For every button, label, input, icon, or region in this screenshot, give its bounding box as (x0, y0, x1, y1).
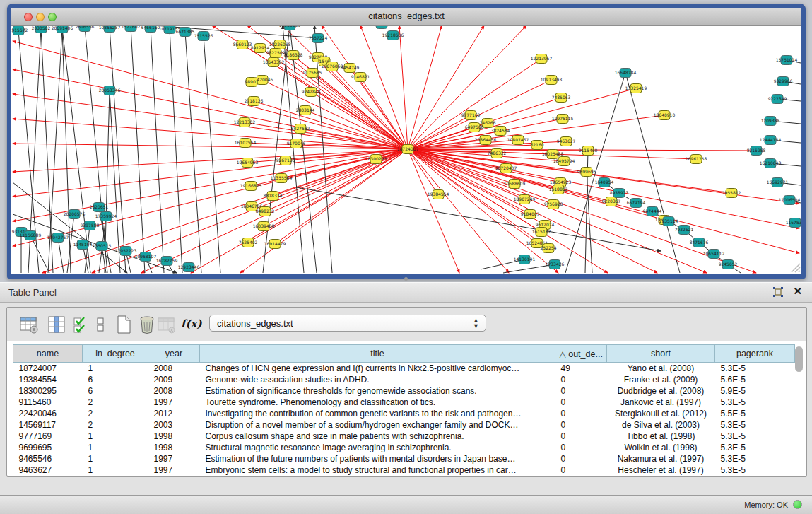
cell-name[interactable]: 9115460 (13, 397, 83, 408)
table-row[interactable]: 1456911722003Disruption of a novel membe… (13, 419, 795, 431)
citation-edge-red[interactable] (322, 26, 408, 149)
cell-name[interactable]: 9699695 (13, 442, 83, 453)
delete-columns-icon[interactable] (138, 315, 156, 334)
column-header-title[interactable]: title (200, 345, 555, 363)
graph-node[interactable]: 7625402 (239, 238, 258, 247)
graph-node[interactable]: 2616556 (76, 26, 95, 32)
create-column-icon[interactable] (114, 315, 133, 334)
network-view-canvas[interactable]: 1872400718300295193845548660123891295418… (11, 26, 801, 274)
graph-node[interactable]: 12923446 (178, 263, 200, 272)
cell-title[interactable]: Disruption of a novel member of a sodium… (200, 419, 555, 431)
cell-year[interactable]: 1998 (148, 442, 200, 453)
graph-node[interactable]: 16210643 (760, 159, 782, 168)
cell-title[interactable]: Tourette syndrome. Phenomenology and cla… (200, 397, 555, 408)
cell-year[interactable]: 1997 (148, 465, 200, 476)
cell-out_de[interactable]: 49 (555, 363, 607, 375)
graph-node[interactable]: 98901 (245, 78, 258, 87)
graph-node[interactable]: 2803144 (296, 106, 315, 115)
graph-node[interactable]: 9146821 (351, 73, 370, 82)
cell-in_degree[interactable]: 1 (83, 453, 148, 465)
cell-in_degree[interactable]: 1 (83, 465, 148, 476)
citation-edge-black[interactable] (185, 32, 201, 273)
graph-node[interactable]: 18720407 (495, 164, 517, 173)
cell-pagerank[interactable]: 5.9E-5 (715, 385, 795, 397)
cell-pagerank[interactable]: 5.3E-5 (715, 431, 795, 442)
graph-node[interactable]: 8938923 (610, 189, 629, 198)
clear-selection-icon[interactable] (95, 315, 106, 334)
graph-node[interactable]: 15751074 (776, 56, 798, 65)
citation-edge-black[interactable] (30, 235, 49, 273)
graph-node[interactable]: 16033809 (279, 26, 301, 30)
graph-node[interactable]: 11355564 (271, 174, 293, 183)
cell-pagerank[interactable]: 5.3E-5 (715, 453, 795, 465)
graph-node[interactable]: 6466160 (141, 26, 160, 33)
graph-node[interactable]: 18495794 (553, 157, 575, 166)
graph-node[interactable]: 9227349 (768, 95, 787, 104)
graph-node[interactable]: 8186328 (284, 51, 303, 60)
close-panel-icon[interactable]: ✕ (793, 285, 802, 298)
cell-year[interactable]: 1998 (148, 431, 200, 442)
cell-pagerank[interactable]: 5.5E-5 (715, 408, 795, 419)
table-row[interactable]: 977716911998Corpus callosum shape and si… (13, 431, 795, 442)
graph-node[interactable]: 12975115 (552, 115, 574, 124)
cell-name[interactable]: 9465546 (13, 453, 83, 465)
graph-node[interactable]: 19654963 (237, 158, 259, 168)
graph-node[interactable]: 1733426 (546, 260, 565, 269)
column-header-out_de[interactable]: △ out_de... (555, 345, 607, 363)
cell-short[interactable]: Jankovic et al. (1997) (607, 397, 715, 408)
cell-name[interactable]: 14569117 (13, 419, 83, 431)
graph-node[interactable]: 12213967 (531, 54, 553, 64)
cell-in_degree[interactable]: 2 (83, 419, 148, 431)
graph-node[interactable]: 10543392 (263, 58, 285, 67)
graph-node[interactable]: 1350515 (93, 242, 112, 251)
citation-edge-red[interactable] (408, 115, 471, 149)
graph-node[interactable]: 7515526 (194, 32, 213, 41)
cell-title[interactable]: Estimation of the future numbers of pati… (200, 453, 555, 465)
cell-out_de[interactable]: 0 (555, 453, 607, 465)
graph-node[interactable]: 9463627 (557, 137, 576, 146)
window-title-bar[interactable]: citations_edges.txt (11, 8, 801, 26)
graph-node[interactable]: 16914479 (264, 240, 286, 249)
citation-edge-black[interactable] (151, 28, 164, 273)
graph-node[interactable]: 6671385 (176, 28, 195, 37)
graph-node[interactable]: 1527602 (122, 26, 141, 32)
graph-node[interactable]: 16039488 (253, 222, 275, 231)
citation-edge-red[interactable] (408, 149, 799, 204)
graph-node[interactable]: 10958107 (135, 252, 157, 262)
cell-pagerank[interactable]: 5.3E-5 (715, 363, 795, 375)
table-chooser-dropdown[interactable]: citations_edges.txt ▲▼ (209, 315, 486, 332)
citation-edge-red[interactable] (311, 92, 408, 149)
cell-title[interactable]: Investigating the contribution of common… (200, 408, 555, 419)
citation-edge-red[interactable] (13, 69, 408, 149)
cell-title[interactable]: Corpus callosum shape and size in male p… (200, 431, 555, 442)
graph-node[interactable]: 10973493 (541, 76, 563, 85)
cell-short[interactable]: de Silva et al. (2003) (607, 419, 715, 431)
cell-title[interactable]: Genome-wide association studies in ADHD. (200, 374, 555, 385)
graph-node[interactable]: 8454749 (341, 64, 360, 73)
graph-node[interactable]: 1209385 (761, 117, 780, 126)
graph-node[interactable]: 62160 (530, 141, 543, 150)
graph-node[interactable]: 3824554 (491, 127, 510, 136)
graph-node[interactable]: 19218506 (382, 31, 404, 40)
citation-edge-black[interactable] (170, 29, 182, 273)
graph-node[interactable]: 10654112 (703, 250, 725, 259)
graph-node[interactable]: 7357224 (309, 34, 328, 43)
citation-edge-black[interactable] (297, 187, 661, 251)
table-row[interactable]: 1872400712008Changes of HCN gene express… (13, 363, 795, 375)
cell-out_de[interactable]: 0 (555, 397, 607, 408)
cell-out_de[interactable]: 0 (555, 419, 607, 431)
graph-node[interactable]: 9242848 (302, 88, 321, 97)
graph-node[interactable]: 8427552 (291, 124, 310, 134)
cell-out_de[interactable]: 0 (555, 431, 607, 442)
column-header-short[interactable]: short (607, 345, 715, 363)
graph-node[interactable]: 2030502 (32, 26, 51, 33)
citation-network-graph[interactable]: 1872400718300295193845548660123891295418… (11, 26, 801, 274)
float-panel-icon[interactable] (772, 286, 784, 298)
cell-year[interactable]: 2009 (148, 374, 200, 385)
resize-grip-icon[interactable] (792, 264, 800, 272)
select-rows-icon[interactable] (72, 315, 90, 334)
cell-short[interactable]: Nakamura et al. (1997) (607, 453, 715, 465)
graph-node[interactable]: 16961758 (686, 155, 707, 164)
cell-in_degree[interactable]: 1 (83, 442, 148, 453)
graph-node[interactable]: 8498232 (256, 207, 275, 216)
